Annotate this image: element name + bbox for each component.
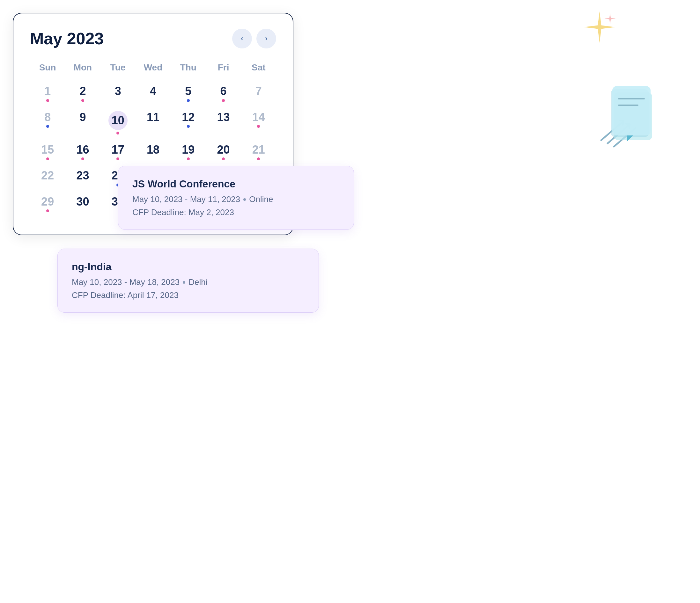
day-14[interactable]: 14	[241, 108, 276, 140]
event-card-js-world[interactable]: JS World Conference May 10, 2023 - May 1…	[118, 166, 354, 230]
event-card-ng-india[interactable]: ng-India May 10, 2023 - May 18, 2023 Del…	[57, 248, 319, 313]
day-16[interactable]: 16	[65, 140, 100, 166]
next-month-button[interactable]: ›	[256, 29, 276, 48]
day-header-sat: Sat	[241, 62, 276, 82]
day-13[interactable]: 13	[206, 108, 241, 140]
day-10[interactable]: 10	[100, 108, 135, 140]
nav-buttons: ‹ ›	[232, 29, 276, 48]
day-3[interactable]: 3	[100, 82, 135, 108]
day-header-fri: Fri	[206, 62, 241, 82]
day-header-thu: Thu	[171, 62, 206, 82]
event-cfp-2: CFP Deadline: April 17, 2023	[72, 290, 304, 300]
prev-month-button[interactable]: ‹	[232, 29, 252, 48]
day-20[interactable]: 20	[206, 140, 241, 166]
day-11[interactable]: 11	[135, 108, 171, 140]
day-4[interactable]: 4	[135, 82, 171, 108]
event-title-1: JS World Conference	[132, 178, 340, 190]
event-dot-sep-1	[243, 198, 246, 201]
event-date-row-1: May 10, 2023 - May 11, 2023 Online	[132, 194, 340, 204]
day-6[interactable]: 6	[206, 82, 241, 108]
day-2[interactable]: 2	[65, 82, 100, 108]
day-5[interactable]: 5	[171, 82, 206, 108]
day-header-sun: Sun	[30, 62, 65, 82]
day-7[interactable]: 7	[241, 82, 276, 108]
day-8[interactable]: 8	[30, 108, 65, 140]
day-1[interactable]: 1	[30, 82, 65, 108]
day-23[interactable]: 23	[65, 166, 100, 192]
bookmark-decoration	[607, 83, 658, 147]
calendar-title: May 2023	[30, 29, 104, 48]
event-dot-sep-2	[183, 281, 185, 284]
event-title-2: ng-India	[72, 261, 304, 273]
event-location-1: Online	[249, 194, 273, 204]
event-cfp-1: CFP Deadline: May 2, 2023	[132, 208, 340, 217]
day-29[interactable]: 29	[30, 192, 65, 218]
day-15[interactable]: 15	[30, 140, 65, 166]
event-date-1: May 10, 2023 - May 11, 2023	[132, 194, 240, 204]
day-19[interactable]: 19	[171, 140, 206, 166]
day-12[interactable]: 12	[171, 108, 206, 140]
day-18[interactable]: 18	[135, 140, 171, 166]
star-decoration	[582, 9, 617, 45]
event-location-2: Delhi	[189, 277, 207, 287]
svg-rect-5	[612, 86, 651, 135]
event-date-2: May 10, 2023 - May 18, 2023	[72, 277, 179, 287]
calendar-header: May 2023 ‹ ›	[30, 29, 276, 48]
day-30[interactable]: 30	[65, 192, 100, 218]
day-9[interactable]: 9	[65, 108, 100, 140]
day-header-mon: Mon	[65, 62, 100, 82]
day-17[interactable]: 17	[100, 140, 135, 166]
day-21[interactable]: 21	[241, 140, 276, 166]
day-header-wed: Wed	[135, 62, 171, 82]
day-22[interactable]: 22	[30, 166, 65, 192]
day-header-tue: Tue	[100, 62, 135, 82]
event-date-row-2: May 10, 2023 - May 18, 2023 Delhi	[72, 277, 304, 287]
